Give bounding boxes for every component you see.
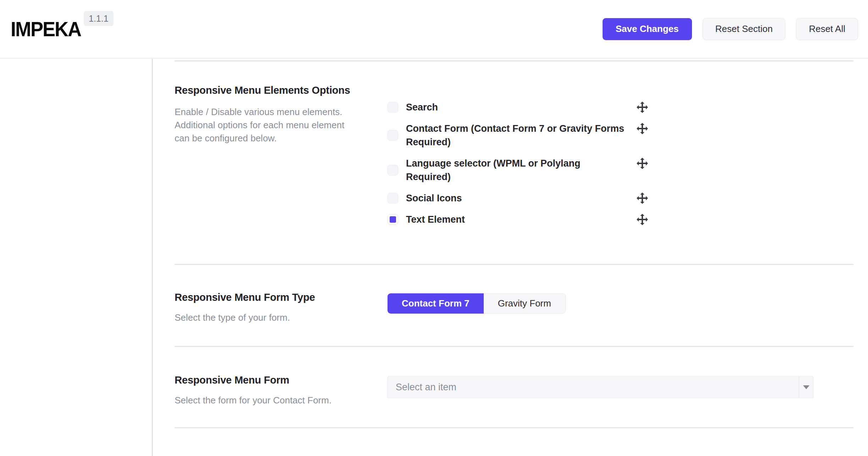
section-menu-form-info: Responsive Menu Form Select the form for…: [175, 373, 354, 407]
brand: IMPEKA 1.1.1: [11, 18, 114, 40]
element-label: Contact Form (Contact Form 7 or Gravity …: [406, 122, 626, 149]
move-icon[interactable]: [637, 102, 648, 113]
element-label: Language selector (WPML or Polylang Requ…: [406, 157, 626, 184]
sidebar: [0, 59, 153, 456]
element-checkbox[interactable]: [388, 130, 398, 141]
topbar: IMPEKA 1.1.1 Save Changes Reset Section …: [0, 0, 868, 59]
element-label: Social Icons: [406, 191, 462, 205]
move-icon[interactable]: [637, 123, 648, 134]
section-form-type-info: Responsive Menu Form Type Select the typ…: [175, 291, 354, 324]
element-checkbox[interactable]: [388, 102, 398, 113]
content-panel: Responsive Menu Elements Options Enable …: [153, 59, 868, 456]
form-type-option-gravity-form[interactable]: Gravity Form: [484, 293, 566, 314]
section-form-type-controls: Contact Form 7Gravity Form: [388, 291, 853, 314]
section-description: Select the form for your Contact Form.: [175, 394, 354, 407]
section-menu-form: Responsive Menu Form Select the form for…: [175, 347, 853, 427]
section-divider: [175, 427, 853, 428]
element-label: Search: [406, 101, 438, 114]
impeka-logo: IMPEKA: [11, 17, 81, 40]
element-checkbox[interactable]: [388, 214, 398, 225]
form-type-option-contact-form-7[interactable]: Contact Form 7: [388, 293, 484, 314]
section-menu-form-controls: Select an item: [388, 373, 853, 398]
form-type-toggle: Contact Form 7Gravity Form: [388, 293, 566, 314]
menu-element-row: Search: [388, 101, 648, 114]
form-select-arrow-box: [799, 376, 813, 398]
move-icon[interactable]: [637, 158, 648, 169]
main-area: Responsive Menu Elements Options Enable …: [0, 59, 868, 456]
reset-section-button[interactable]: Reset Section: [703, 18, 786, 40]
section-title: Responsive Menu Form: [175, 373, 354, 387]
caret-down-icon: [803, 385, 809, 389]
section-title: Responsive Menu Form Type: [175, 291, 354, 304]
section-description: Enable / Disable various menu elements. …: [175, 105, 354, 145]
section-menu-elements-controls: Search Contact Form (Contact Form 7 or G…: [388, 83, 853, 226]
section-menu-elements: Responsive Menu Elements Options Enable …: [175, 61, 853, 264]
form-select-value: Select an item: [388, 376, 799, 398]
theme-options-page: IMPEKA 1.1.1 Save Changes Reset Section …: [0, 0, 868, 456]
section-title: Responsive Menu Elements Options: [175, 83, 354, 97]
version-badge: 1.1.1: [84, 11, 114, 26]
save-changes-button[interactable]: Save Changes: [603, 18, 692, 40]
form-select[interactable]: Select an item: [388, 376, 813, 398]
section-form-type: Responsive Menu Form Type Select the typ…: [175, 265, 853, 346]
menu-elements-list: Search Contact Form (Contact Form 7 or G…: [388, 101, 648, 226]
menu-element-row: Text Element: [388, 213, 648, 226]
element-label: Text Element: [406, 213, 465, 226]
element-checkbox[interactable]: [388, 193, 398, 203]
move-icon[interactable]: [637, 192, 648, 204]
checkbox-fill: [390, 216, 396, 223]
menu-element-row: Contact Form (Contact Form 7 or Gravity …: [388, 122, 648, 149]
menu-element-row: Social Icons: [388, 191, 648, 205]
topbar-actions: Save Changes Reset Section Reset All: [603, 18, 858, 40]
menu-element-row: Language selector (WPML or Polylang Requ…: [388, 157, 648, 184]
element-checkbox[interactable]: [388, 165, 398, 175]
move-icon[interactable]: [637, 214, 648, 225]
reset-all-button[interactable]: Reset All: [796, 18, 858, 40]
section-description: Select the type of your form.: [175, 311, 354, 324]
section-menu-elements-info: Responsive Menu Elements Options Enable …: [175, 83, 354, 145]
